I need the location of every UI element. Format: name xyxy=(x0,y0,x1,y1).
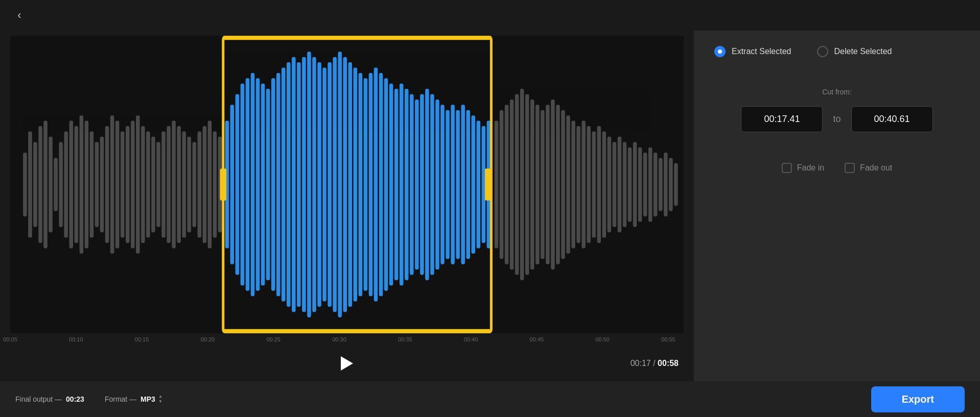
fade-in-option[interactable]: Fade in xyxy=(782,163,824,173)
svg-rect-20 xyxy=(126,126,130,243)
svg-rect-99 xyxy=(535,105,540,264)
svg-rect-47 xyxy=(266,89,270,280)
extract-radio[interactable] xyxy=(714,46,726,57)
format-label: Format — xyxy=(105,395,136,403)
back-button[interactable]: ‹ xyxy=(10,6,29,24)
svg-rect-15 xyxy=(100,137,104,232)
fade-out-option[interactable]: Fade out xyxy=(845,163,892,173)
svg-rect-7 xyxy=(59,142,63,227)
cut-to-input[interactable]: 00:40.61 xyxy=(851,106,933,132)
stepper-down[interactable]: ▼ xyxy=(158,400,162,404)
svg-rect-9 xyxy=(69,121,73,249)
svg-rect-97 xyxy=(525,94,529,275)
svg-rect-62 xyxy=(343,57,347,312)
svg-rect-69 xyxy=(379,73,383,296)
svg-rect-53 xyxy=(297,62,301,307)
selection-handle-left[interactable] xyxy=(220,168,226,200)
svg-rect-87 xyxy=(472,115,476,254)
svg-rect-116 xyxy=(623,142,627,227)
svg-rect-13 xyxy=(90,131,94,237)
svg-rect-71 xyxy=(389,84,393,286)
delete-radio[interactable] xyxy=(817,46,828,57)
svg-rect-0 xyxy=(23,153,27,216)
svg-rect-96 xyxy=(520,89,524,280)
timeline-label-6: 00:30 xyxy=(324,336,355,342)
svg-rect-18 xyxy=(115,121,120,249)
play-button[interactable] xyxy=(337,353,357,374)
svg-rect-57 xyxy=(317,62,321,307)
timeline: 00:05 00:10 00:15 00:20 00:25 00:30 00:3… xyxy=(10,333,684,346)
svg-rect-14 xyxy=(95,142,99,227)
format-stepper[interactable]: ▲ ▼ xyxy=(158,395,162,404)
svg-rect-124 xyxy=(664,153,668,216)
svg-rect-126 xyxy=(674,163,678,206)
svg-rect-80 xyxy=(435,100,439,269)
svg-rect-98 xyxy=(530,100,534,269)
svg-rect-48 xyxy=(271,78,275,290)
timeline-label-5: 00:25 xyxy=(258,336,289,342)
svg-rect-121 xyxy=(648,148,652,222)
mode-row: Extract Selected Delete Selected xyxy=(714,46,960,57)
svg-rect-6 xyxy=(54,158,58,211)
selection-handle-right[interactable] xyxy=(485,168,492,200)
timeline-label-4: 00:20 xyxy=(192,336,223,342)
delete-selected-option[interactable]: Delete Selected xyxy=(817,46,892,57)
svg-rect-3 xyxy=(38,126,42,243)
svg-rect-22 xyxy=(136,115,140,254)
svg-rect-86 xyxy=(466,110,470,259)
svg-rect-25 xyxy=(151,137,155,232)
stepper-up[interactable]: ▲ xyxy=(158,395,162,399)
svg-rect-16 xyxy=(105,126,109,243)
waveform-area: 00:05 00:10 00:15 00:20 00:25 00:30 00:3… xyxy=(0,31,694,381)
svg-rect-108 xyxy=(581,121,586,249)
svg-rect-28 xyxy=(167,126,171,243)
svg-rect-61 xyxy=(338,52,342,317)
timeline-label-10: 00:50 xyxy=(587,336,618,342)
cut-from-input[interactable]: 00:17.41 xyxy=(741,106,823,132)
svg-rect-43 xyxy=(246,78,250,290)
svg-rect-125 xyxy=(669,158,673,211)
svg-rect-63 xyxy=(348,62,353,307)
svg-rect-4 xyxy=(43,121,48,249)
format-selector[interactable]: MP3 ▲ ▼ xyxy=(141,395,162,404)
svg-rect-59 xyxy=(328,62,332,307)
fade-out-checkbox[interactable] xyxy=(845,163,855,173)
svg-rect-123 xyxy=(659,158,663,211)
fade-in-checkbox[interactable] xyxy=(782,163,792,173)
svg-rect-5 xyxy=(49,137,53,232)
svg-rect-36 xyxy=(208,121,212,249)
svg-rect-103 xyxy=(556,105,560,264)
svg-rect-101 xyxy=(546,105,550,264)
svg-rect-12 xyxy=(85,121,89,249)
total-time: 00:58 xyxy=(658,359,679,367)
svg-rect-104 xyxy=(561,110,565,259)
extract-selected-option[interactable]: Extract Selected xyxy=(714,46,791,57)
svg-rect-11 xyxy=(80,115,84,254)
svg-rect-24 xyxy=(146,131,150,237)
svg-rect-58 xyxy=(322,67,326,301)
svg-rect-81 xyxy=(440,105,445,264)
svg-rect-26 xyxy=(156,142,160,227)
svg-rect-42 xyxy=(241,84,245,286)
svg-rect-88 xyxy=(477,121,481,249)
timeline-label-7: 00:35 xyxy=(390,336,421,342)
svg-rect-40 xyxy=(230,105,235,264)
timeline-label-9: 00:45 xyxy=(521,336,552,342)
svg-rect-31 xyxy=(182,131,186,237)
time-separator: / xyxy=(653,359,658,367)
timeline-label-11: 00:55 xyxy=(653,336,684,342)
header: ‹ xyxy=(0,0,980,31)
svg-rect-110 xyxy=(592,131,596,237)
svg-rect-92 xyxy=(500,110,504,259)
svg-rect-70 xyxy=(384,78,388,290)
svg-rect-45 xyxy=(256,78,260,290)
export-button[interactable]: Export xyxy=(871,386,965,412)
svg-rect-67 xyxy=(369,73,373,296)
play-icon xyxy=(341,356,353,371)
svg-rect-113 xyxy=(608,137,612,232)
svg-rect-115 xyxy=(618,137,622,232)
svg-rect-56 xyxy=(312,57,316,312)
svg-rect-60 xyxy=(333,57,337,312)
svg-rect-66 xyxy=(364,78,368,290)
output-info: Final output — 00:23 xyxy=(15,395,84,403)
